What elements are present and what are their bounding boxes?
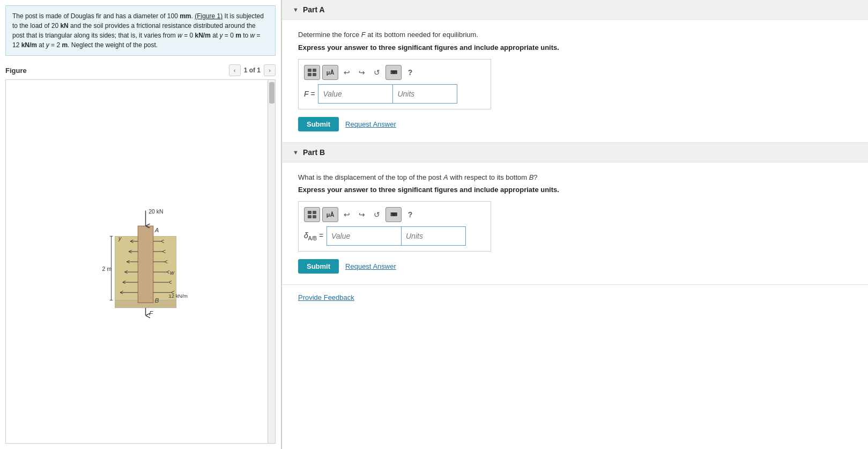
figure-nav: ‹ 1 of 1 › bbox=[229, 64, 276, 76]
part-a-section: ▼ Part A Determine the force F at its bo… bbox=[282, 0, 868, 143]
svg-text:2 m: 2 m bbox=[102, 266, 112, 272]
part-b-toolbar: μÅ ↩ ↪ ↺ ⌨ ? bbox=[304, 207, 485, 222]
svg-rect-2 bbox=[138, 226, 153, 303]
part-a-undo-btn[interactable]: ↩ bbox=[340, 66, 353, 79]
part-a-question: Determine the force F at its bottom need… bbox=[298, 30, 852, 40]
svg-text:20 kN: 20 kN bbox=[149, 208, 163, 215]
left-panel: The post is made of Douglas fir and has … bbox=[0, 0, 281, 449]
svg-text:B: B bbox=[155, 297, 159, 304]
svg-text:12 kN/m: 12 kN/m bbox=[169, 292, 188, 298]
part-a-answer-box: μÅ ↩ ↪ ↺ ⌨ ? F = bbox=[298, 59, 491, 109]
part-a-content: Determine the force F at its bottom need… bbox=[282, 20, 868, 142]
part-a-instruction: Express your answer to three significant… bbox=[298, 43, 852, 51]
provide-feedback-button[interactable]: Provide Feedback bbox=[298, 293, 354, 301]
part-a-inputs: F = bbox=[304, 84, 485, 104]
figure-area: Figure ‹ 1 of 1 › A 20 kN bbox=[5, 61, 276, 444]
svg-rect-32 bbox=[308, 211, 311, 214]
part-a-units-input[interactable] bbox=[393, 84, 457, 104]
part-b-help-btn[interactable]: ? bbox=[404, 208, 417, 221]
part-b-instruction: Express your answer to three significant… bbox=[298, 186, 852, 194]
svg-rect-28 bbox=[308, 69, 311, 72]
part-b-inputs: δA/B = bbox=[304, 226, 485, 246]
part-a-redo-btn[interactable]: ↪ bbox=[355, 66, 368, 79]
part-b-label: δA/B = bbox=[304, 231, 323, 241]
part-b-collapse-icon: ▼ bbox=[293, 149, 299, 156]
part-a-help-btn[interactable]: ? bbox=[404, 66, 417, 79]
prev-figure-button[interactable]: ‹ bbox=[229, 64, 241, 76]
part-b-title: Part B bbox=[303, 148, 325, 157]
part-a-toolbar: μÅ ↩ ↪ ↺ ⌨ ? bbox=[304, 65, 485, 80]
part-b-question: What is the displacement of the top of t… bbox=[298, 172, 852, 183]
part-b-reset-btn[interactable]: ↺ bbox=[370, 208, 383, 221]
problem-description: The post is made of Douglas fir and has … bbox=[5, 5, 276, 56]
part-a-actions: Submit Request Answer bbox=[298, 117, 852, 131]
scrollbar[interactable] bbox=[268, 80, 275, 443]
part-a-value-input[interactable] bbox=[318, 84, 393, 104]
part-b-content: What is the displacement of the top of t… bbox=[282, 163, 868, 285]
scrollbar-thumb bbox=[269, 82, 275, 104]
figure-page: 1 of 1 bbox=[244, 67, 261, 74]
svg-text:A: A bbox=[154, 226, 159, 233]
svg-rect-35 bbox=[313, 215, 316, 218]
figure-header: Figure ‹ 1 of 1 › bbox=[5, 61, 276, 79]
part-b-actions: Submit Request Answer bbox=[298, 259, 852, 274]
svg-text:F: F bbox=[149, 310, 153, 316]
part-a-title: Part A bbox=[303, 5, 325, 14]
part-a-submit-button[interactable]: Submit bbox=[298, 117, 339, 131]
svg-rect-30 bbox=[308, 73, 311, 76]
part-b-header[interactable]: ▼ Part B bbox=[282, 143, 868, 163]
part-b-value-input[interactable] bbox=[327, 226, 402, 246]
part-b-request-answer-button[interactable]: Request Answer bbox=[345, 262, 396, 270]
figure-link[interactable]: (Figure 1) bbox=[195, 12, 222, 20]
part-b-section: ▼ Part B What is the displacement of the… bbox=[282, 143, 868, 285]
part-b-answer-box: μÅ ↩ ↪ ↺ ⌨ ? δA/B = bbox=[298, 201, 491, 252]
part-b-matrix-btn[interactable] bbox=[304, 207, 320, 222]
part-b-units-input[interactable] bbox=[402, 226, 466, 246]
svg-text:y: y bbox=[118, 234, 122, 241]
next-figure-button[interactable]: › bbox=[264, 64, 276, 76]
part-b-undo-btn[interactable]: ↩ bbox=[340, 208, 353, 221]
part-a-matrix-btn[interactable] bbox=[304, 65, 320, 80]
figure-container: A 20 kN w bbox=[5, 79, 276, 444]
svg-rect-31 bbox=[313, 73, 316, 76]
feedback-section: Provide Feedback bbox=[282, 285, 868, 310]
part-a-reset-btn[interactable]: ↺ bbox=[370, 66, 383, 79]
figure-svg: A 20 kN w bbox=[87, 205, 194, 318]
part-b-redo-btn[interactable]: ↪ bbox=[355, 208, 368, 221]
svg-rect-33 bbox=[313, 211, 316, 214]
part-a-label: F = bbox=[304, 90, 315, 98]
figure-label: Figure bbox=[5, 67, 27, 75]
right-panel: ▼ Part A Determine the force F at its bo… bbox=[282, 0, 868, 449]
svg-rect-34 bbox=[308, 215, 311, 218]
part-b-submit-button[interactable]: Submit bbox=[298, 259, 339, 274]
part-a-symbol-btn[interactable]: μÅ bbox=[322, 65, 338, 80]
part-b-symbol-btn[interactable]: μÅ bbox=[322, 207, 338, 222]
part-a-request-answer-button[interactable]: Request Answer bbox=[345, 120, 396, 128]
part-a-keyboard-btn[interactable]: ⌨ bbox=[385, 65, 402, 80]
part-a-header[interactable]: ▼ Part A bbox=[282, 0, 868, 20]
part-a-collapse-icon: ▼ bbox=[293, 6, 299, 13]
part-b-keyboard-btn[interactable]: ⌨ bbox=[385, 207, 402, 222]
svg-rect-29 bbox=[313, 69, 316, 72]
